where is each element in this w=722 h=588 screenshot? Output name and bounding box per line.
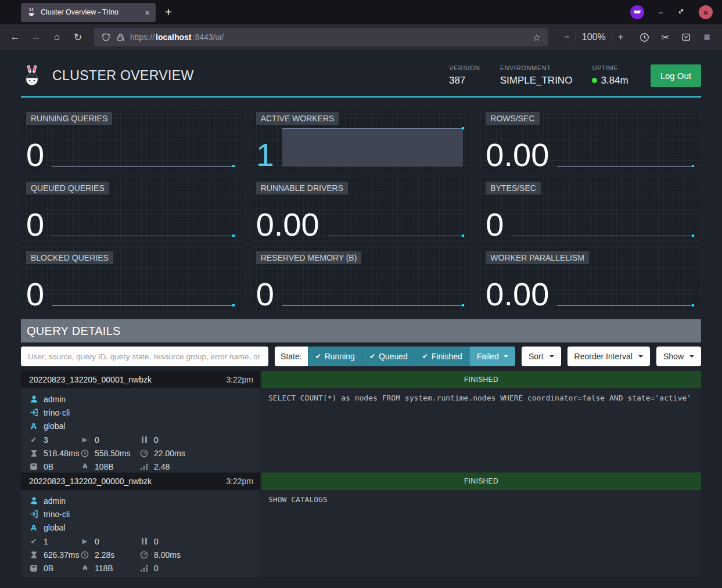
stat-label: QUEUED QUERIES: [26, 182, 109, 194]
zoom-out-icon[interactable]: −: [558, 32, 575, 42]
zoom-level[interactable]: 100%: [576, 32, 612, 42]
query-row: 20220823_132202_00000_nwbzk 3:22pm FINIS…: [21, 472, 701, 572]
logout-button[interactable]: Log Out: [651, 64, 701, 87]
forward-icon[interactable]: →: [27, 28, 45, 46]
query-details-header: QUERY DETAILS: [21, 319, 701, 342]
history-icon[interactable]: [635, 28, 653, 46]
window-controls: − ×: [630, 5, 715, 19]
running-splits-icon: ▶: [80, 436, 89, 443]
query-id-link[interactable]: 20220823_132205_00001_nwbzk: [29, 375, 226, 384]
stat-card-queued-queries: QUEUED QUERIES 0: [21, 178, 242, 241]
query-id-link[interactable]: 20220823_132202_00000_nwbzk: [29, 477, 226, 486]
bookmark-star-icon[interactable]: ☆: [533, 32, 541, 43]
stat-label: RUNNABLE DRIVERS: [256, 182, 348, 194]
stat-label: WORKER PARALLELISM: [486, 251, 589, 264]
query-status-badge: FINISHED: [261, 472, 701, 490]
menu-icon[interactable]: ≡: [698, 28, 716, 46]
state-filter-group: State: ✔ Running ✔ Queued ✔ Finished Fai…: [275, 347, 515, 366]
url-host: localhost: [156, 33, 191, 42]
state-filter-queued[interactable]: ✔ Queued: [362, 347, 415, 366]
back-icon[interactable]: ←: [6, 28, 24, 46]
wall-time-icon: [29, 551, 38, 559]
environment-value: SIMPLE_TRINO: [500, 75, 573, 86]
source-icon: [29, 510, 38, 518]
stat-value: 0.00: [486, 281, 549, 308]
page-title: CLUSTER OVERVIEW: [52, 68, 194, 84]
url-path: :8443/ui/: [193, 33, 224, 42]
chevron-down-icon: [549, 355, 554, 358]
sparkline: [282, 268, 464, 306]
uptime-metric: UPTIME 3.84m: [592, 64, 628, 86]
stat-card-bytes-sec: BYTES/SEC 0: [480, 178, 701, 241]
shield-icon[interactable]: [101, 33, 110, 42]
restore-button[interactable]: [677, 7, 685, 17]
screenshot-scissors-icon[interactable]: ✂: [656, 28, 674, 46]
reorder-interval-dropdown[interactable]: Reorder Interval: [567, 347, 650, 366]
query-time: 3:22pm: [226, 477, 253, 486]
zoom-in-icon[interactable]: +: [612, 32, 629, 42]
query-resource-group: global: [44, 421, 65, 431]
query-search-input[interactable]: [21, 347, 268, 366]
resource-group-icon: A: [31, 522, 37, 532]
sparkline: [52, 198, 234, 236]
stat-label: RESERVED MEMORY (B): [256, 251, 362, 264]
state-filter-running[interactable]: ✔ Running: [308, 347, 362, 366]
state-filter-finished[interactable]: ✔ Finished: [415, 347, 469, 366]
stat-card-active-workers: ACTIVE WORKERS 1: [251, 108, 472, 172]
stat-label: RUNNING QUERIES: [26, 112, 112, 125]
stat-card-runnable-drivers: RUNNABLE DRIVERS 0.00: [251, 178, 472, 241]
query-row: 20220823_132205_00001_nwbzk 3:22pm FINIS…: [21, 371, 701, 471]
tab-close-icon[interactable]: ×: [145, 8, 150, 17]
stat-value-link[interactable]: 1: [256, 142, 274, 168]
show-dropdown[interactable]: Show: [656, 347, 701, 366]
lock-warning-icon[interactable]: [116, 33, 125, 42]
cumulative-memory-icon: [139, 463, 149, 471]
peak-memory-fire-icon: [80, 463, 89, 471]
user-icon: [29, 395, 38, 403]
query-source: trino-cli: [44, 510, 70, 519]
trino-favicon-icon: [27, 8, 36, 17]
trino-cluster-overview-page: CLUSTER OVERVIEW VERSION 387 ENVIRONMENT…: [0, 50, 722, 588]
new-tab-button[interactable]: +: [165, 6, 172, 19]
query-user: admin: [44, 496, 66, 506]
running-splits-icon: ▶: [80, 538, 89, 545]
uptime-value: 3.84m: [601, 75, 628, 86]
stat-value: 0: [486, 211, 504, 238]
sort-dropdown[interactable]: Sort: [522, 347, 561, 366]
trino-bunny-logo: [21, 64, 43, 87]
state-filter-failed[interactable]: Failed: [469, 347, 515, 366]
environment-label: ENVIRONMENT: [500, 64, 573, 71]
pocket-icon[interactable]: [677, 28, 695, 46]
sparkline: [282, 128, 464, 167]
stat-card-blocked-queries: BLOCKED QUERIES 0: [21, 247, 242, 311]
current-memory-scale-icon: [29, 463, 38, 471]
user-icon: [29, 496, 38, 505]
query-filter-bar: State: ✔ Running ✔ Queued ✔ Finished Fai…: [21, 347, 701, 366]
wall-time-icon: [29, 449, 38, 457]
browser-tab[interactable]: Cluster Overview - Trino ×: [21, 3, 156, 22]
source-icon: [29, 408, 38, 417]
page-header: CLUSTER OVERVIEW VERSION 387 ENVIRONMENT…: [21, 50, 701, 98]
version-value: 387: [449, 75, 480, 86]
close-window-button[interactable]: ×: [699, 5, 713, 19]
chevron-down-icon: [638, 355, 643, 358]
minimize-button[interactable]: −: [658, 8, 663, 17]
stat-cards: RUNNING QUERIES 0 ACTIVE WORKERS 1 ROWS/…: [21, 108, 701, 311]
elapsed-time-icon: [80, 449, 89, 457]
stat-value: 0: [26, 211, 44, 238]
stat-value: 0: [26, 142, 44, 168]
home-icon[interactable]: ⌂: [48, 28, 66, 46]
url-scheme: https://: [130, 33, 155, 42]
stat-card-reserved-memory: RESERVED MEMORY (B) 0: [251, 247, 472, 311]
stat-label: ROWS/SEC: [486, 112, 539, 125]
stat-card-rows-sec: ROWS/SEC 0.00: [480, 108, 701, 172]
stat-value: 0.00: [256, 211, 319, 238]
sparkline: [52, 128, 234, 167]
query-time: 3:22pm: [226, 375, 253, 384]
cpu-time-gauge-icon: [139, 449, 149, 457]
chevron-down-icon: [689, 355, 694, 358]
version-label: VERSION: [449, 64, 480, 71]
reload-icon[interactable]: ↻: [69, 28, 87, 46]
browser-titlebar: Cluster Overview - Trino × + − ×: [0, 0, 722, 24]
url-bar[interactable]: https:// localhost :8443/ui/ ☆: [94, 28, 548, 46]
